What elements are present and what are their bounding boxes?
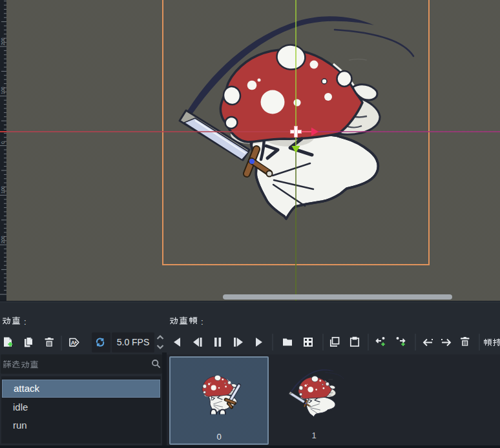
svg-text::: : — [24, 317, 26, 327]
svg-text:0: 0 — [1, 141, 5, 144]
svg-text:100: 100 — [1, 186, 5, 194]
svg-text::: : — [201, 317, 203, 327]
svg-text:200: 200 — [1, 236, 5, 243]
svg-text:200: 200 — [1, 37, 5, 45]
svg-text:100: 100 — [1, 87, 5, 94]
